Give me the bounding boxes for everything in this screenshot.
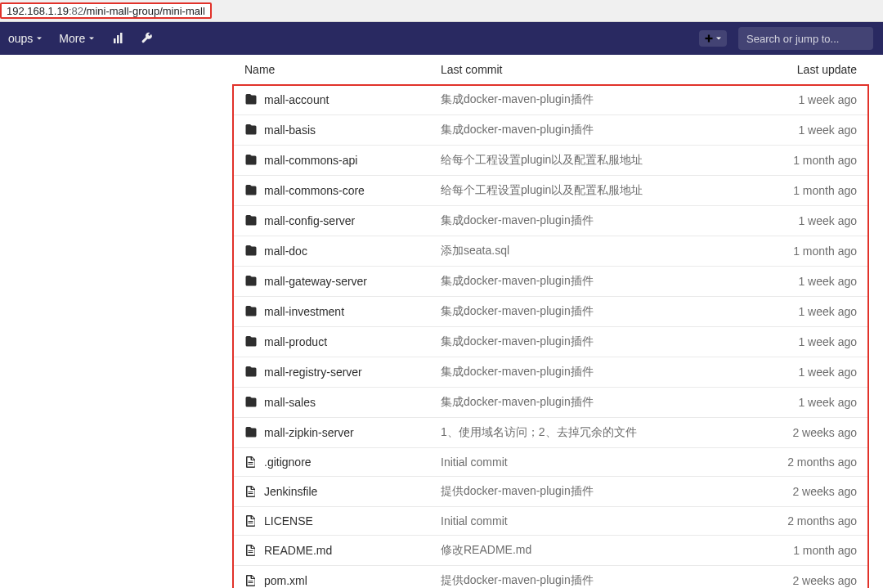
address-path: /mini-mall-group/mini-mall [83,5,205,17]
folder-icon [244,305,258,318]
file-name-link[interactable]: Jenkinsfile [244,485,418,498]
file-icon [244,544,258,557]
file-name-link[interactable]: mall-account [244,93,418,106]
commit-message-link[interactable]: 集成docker-maven-plugin插件 [441,365,594,378]
plus-icon [704,34,714,43]
last-update-label: 1 month ago [741,536,868,566]
file-name-link[interactable]: mall-investment [244,305,418,318]
commit-message-link[interactable]: Initial commit [441,514,508,527]
last-update-label: 1 month ago [741,176,868,206]
commit-message-link[interactable]: 给每个工程设置plugin以及配置私服地址 [441,153,643,166]
nav-new-dropdown[interactable] [699,30,727,47]
file-name-link[interactable]: mall-gateway-server [244,275,418,288]
file-name-link[interactable]: README.md [244,544,418,557]
file-name-label: pom.xml [264,574,307,587]
commit-message-link[interactable]: 提供docker-maven-plugin插件 [441,484,594,497]
table-row: mall-investment集成docker-maven-plugin插件1 … [233,297,868,327]
commit-message-link[interactable]: 集成docker-maven-plugin插件 [441,92,594,105]
last-update-label: 1 week ago [741,357,868,388]
last-update-label: 1 month ago [741,236,868,267]
file-icon [244,485,258,498]
commit-message-link[interactable]: 修改README.md [441,543,531,556]
table-row: Jenkinsfile提供docker-maven-plugin插件2 week… [233,477,868,507]
file-name-link[interactable]: mall-commons-api [244,154,418,167]
col-header-name: Name [233,55,429,85]
chevron-down-icon [36,35,43,42]
nav-more-dropdown[interactable]: More [51,22,103,55]
file-name-label: Jenkinsfile [264,485,317,498]
last-update-label: 1 month ago [741,146,868,176]
file-name-link[interactable]: mall-commons-core [244,184,418,197]
file-icon [244,514,258,527]
file-name-link[interactable]: mall-zipkin-server [244,426,418,439]
table-row: mall-product集成docker-maven-plugin插件1 wee… [233,327,868,357]
nav-admin-button[interactable] [132,22,162,55]
commit-message-link[interactable]: 集成docker-maven-plugin插件 [441,395,594,408]
file-name-link[interactable]: mall-config-server [244,214,418,227]
file-name-label: mall-basis [264,123,316,137]
folder-icon [244,123,258,137]
commit-message-link[interactable]: 集成docker-maven-plugin插件 [441,274,594,287]
table-row: README.md修改README.md1 month ago [233,536,868,566]
table-row: mall-doc添加seata.sql1 month ago [233,236,868,267]
col-header-update: Last update [741,55,868,85]
table-row: mall-basis集成docker-maven-plugin插件1 week … [233,115,868,146]
commit-message-link[interactable]: 提供docker-maven-plugin插件 [441,573,594,586]
table-row: mall-commons-api给每个工程设置plugin以及配置私服地址1 m… [233,146,868,176]
folder-icon [244,245,258,258]
table-row: pom.xml提供docker-maven-plugin插件2 weeks ag… [233,566,868,589]
table-row: mall-config-server集成docker-maven-plugin插… [233,206,868,236]
file-tree-table: Name Last commit Last update mall-accoun… [233,55,868,588]
last-update-label: 1 week ago [741,206,868,236]
commit-message-link[interactable]: 集成docker-maven-plugin插件 [441,334,594,348]
col-header-commit: Last commit [429,55,741,85]
chevron-down-icon [88,35,95,42]
file-name-label: LICENSE [264,514,313,527]
file-name-link[interactable]: pom.xml [244,574,418,587]
commit-message-link[interactable]: 集成docker-maven-plugin插件 [441,123,594,136]
nav-activity-button[interactable] [103,22,132,55]
folder-icon [244,366,258,379]
search-input[interactable] [746,33,865,45]
folder-icon [244,93,258,106]
nav-search[interactable] [738,27,873,50]
commit-message-link[interactable]: 添加seata.sql [441,244,509,257]
commit-message-link[interactable]: 集成docker-maven-plugin插件 [441,213,594,227]
nav-groups-label: oups [8,32,33,45]
file-name-label: mall-product [264,335,327,348]
table-row: mall-sales集成docker-maven-plugin插件1 week … [233,388,868,418]
address-host: 192.168.1.19 [7,5,69,17]
file-name-label: mall-commons-core [264,184,365,197]
file-name-link[interactable]: LICENSE [244,514,418,527]
last-update-label: 2 weeks ago [741,566,868,589]
commit-message-link[interactable]: 给每个工程设置plugin以及配置私服地址 [441,183,643,196]
folder-icon [244,335,258,348]
file-name-label: mall-registry-server [264,366,362,379]
file-name-label: .gitignore [264,456,312,469]
commit-message-link[interactable]: 集成docker-maven-plugin插件 [441,304,594,317]
last-update-label: 1 week ago [741,327,868,357]
browser-address-bar-area: 192.168.1.19:82/mini-mall-group/mini-mal… [0,0,883,22]
file-name-link[interactable]: mall-basis [244,123,418,137]
file-name-link[interactable]: mall-sales [244,396,418,409]
address-bar[interactable]: 192.168.1.19:82/mini-mall-group/mini-mal… [0,2,212,19]
file-name-label: mall-sales [264,396,316,409]
file-name-label: mall-config-server [264,214,355,227]
folder-icon [244,275,258,288]
file-name-link[interactable]: mall-product [244,335,418,348]
commit-message-link[interactable]: 1、使用域名访问；2、去掉冗余的文件 [441,425,637,438]
nav-groups-dropdown[interactable]: oups [0,22,51,55]
last-update-label: 1 week ago [741,85,868,115]
sidebar-placeholder [0,55,233,588]
file-name-label: mall-doc [264,245,307,258]
table-row: mall-account集成docker-maven-plugin插件1 wee… [233,85,868,115]
last-update-label: 2 months ago [741,507,868,536]
commit-message-link[interactable]: Initial commit [441,456,508,469]
file-name-label: mall-account [264,93,329,106]
file-name-link[interactable]: mall-registry-server [244,366,418,379]
table-row: LICENSEInitial commit2 months ago [233,507,868,536]
file-name-link[interactable]: .gitignore [244,456,418,469]
folder-icon [244,396,258,409]
file-name-label: mall-commons-api [264,154,357,167]
file-name-link[interactable]: mall-doc [244,245,418,258]
